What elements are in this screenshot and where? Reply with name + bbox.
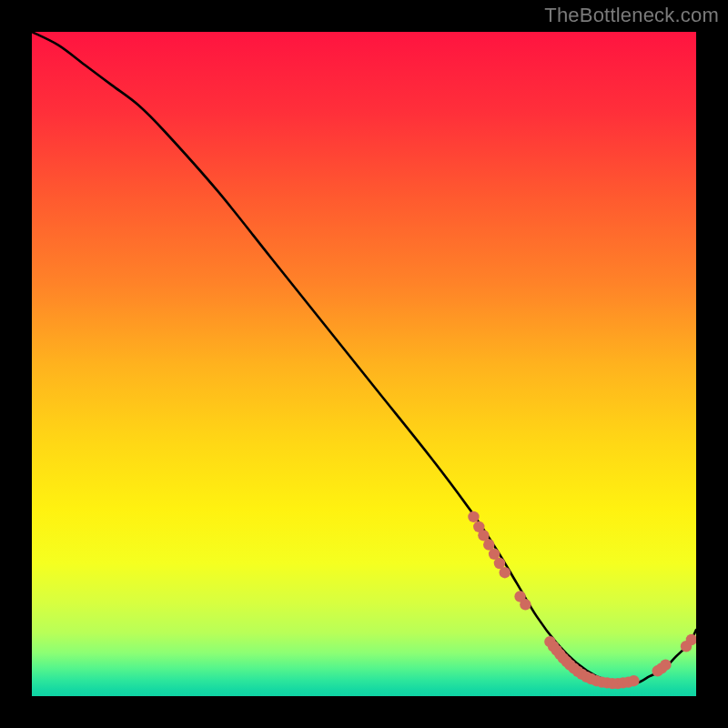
plot-area	[32, 32, 696, 696]
curve-marker	[468, 511, 479, 522]
curve-marker	[628, 675, 639, 686]
gradient-rect	[32, 32, 696, 696]
curve-marker	[660, 659, 671, 670]
curve-marker	[520, 599, 531, 610]
curve-marker	[500, 567, 511, 578]
attribution-text: TheBottleneck.com	[544, 4, 719, 27]
chart-svg	[32, 32, 696, 696]
chart-frame: TheBottleneck.com	[0, 0, 728, 728]
